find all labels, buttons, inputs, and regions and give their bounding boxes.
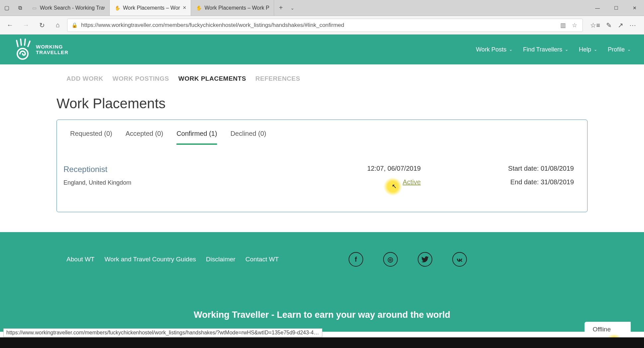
instagram-icon[interactable]: ◎: [383, 252, 398, 267]
browser-tab-2[interactable]: ✋ Work Placements – Work Po: [191, 0, 274, 16]
footer-links: About WT Work and Travel Country Guides …: [66, 256, 279, 263]
footer-link-contact[interactable]: Contact WT: [245, 256, 278, 263]
more-icon[interactable]: ⋯: [629, 21, 636, 29]
placement-row: Receptionist England, United Kingdom 12:…: [57, 145, 587, 212]
tab-favicon-icon: ✋: [196, 5, 202, 11]
chevron-down-icon: ⌄: [565, 47, 568, 52]
tab-title: Work Search - Working Trav: [40, 5, 105, 11]
site-header: WORKING TRAVELLER Work Posts ⌄ Find Trav…: [0, 35, 644, 64]
nav-label: Work Posts: [476, 46, 506, 53]
svg-line-1: [21, 39, 21, 45]
placement-start-date: Start date: 01/08/2019: [421, 165, 574, 172]
notes-icon[interactable]: ✎: [606, 21, 612, 29]
placement-status-link[interactable]: Active: [308, 178, 421, 186]
close-tab-icon[interactable]: ×: [183, 4, 186, 11]
svg-line-3: [28, 41, 30, 46]
logo-text-2: TRAVELLER: [36, 49, 68, 55]
header-nav: Work Posts ⌄ Find Travellers ⌄ Help ⌄ Pr…: [476, 46, 631, 53]
main-content: Work Placements Requested (0) Accepted (…: [0, 82, 644, 232]
tab-declined[interactable]: Declined (0): [230, 130, 266, 145]
facebook-icon[interactable]: f: [349, 252, 363, 267]
page-title: Work Placements: [56, 96, 588, 112]
lock-icon: 🔒: [71, 22, 78, 28]
vk-icon[interactable]: [452, 252, 467, 267]
windows-taskbar[interactable]: [0, 337, 644, 348]
nav-help[interactable]: Help ⌄: [579, 46, 597, 53]
chevron-down-icon: ⌄: [594, 47, 597, 52]
reading-view-icon[interactable]: ▥: [559, 22, 567, 29]
subnav-work-placements[interactable]: WORK PLACEMENTS: [178, 75, 246, 82]
nav-work-posts[interactable]: Work Posts ⌄: [476, 46, 512, 53]
tabs-dropdown-icon[interactable]: ⌄: [287, 0, 297, 16]
window-controls: — ☐ ✕: [588, 0, 644, 16]
subnav-add-work[interactable]: ADD WORK: [66, 75, 103, 82]
maximize-button[interactable]: ☐: [607, 0, 625, 16]
chevron-down-icon: ⌄: [509, 47, 512, 52]
placement-title-link[interactable]: Receptionist: [63, 165, 308, 174]
tab-title: Work Placements – Wor: [123, 5, 180, 11]
browser-tab-0[interactable]: ▭ Work Search - Working Trav: [27, 0, 110, 16]
set-aside-icon[interactable]: ⧉: [13, 0, 27, 16]
footer-link-about[interactable]: About WT: [66, 256, 94, 263]
nav-label: Find Travellers: [523, 46, 562, 53]
status-bar-url: https://www.workingtraveller.com/members…: [3, 328, 322, 337]
tab-requested[interactable]: Requested (0): [70, 130, 112, 145]
social-links: f ◎: [349, 252, 467, 267]
address-bar[interactable]: 🔒 https://www.workingtraveller.com/membe…: [67, 19, 583, 32]
placement-location: England, United Kingdom: [63, 179, 308, 186]
favorite-icon[interactable]: ☆: [571, 22, 579, 29]
titlebar-left-controls: ▢ ⧉: [0, 0, 27, 16]
logo-text-1: WORKING: [36, 44, 68, 49]
logo-hand-icon: [13, 38, 33, 61]
placement-timestamp: 12:07, 06/07/2019: [308, 165, 421, 172]
sub-nav: ADD WORK WORK POSTINGS WORK PLACEMENTS R…: [0, 64, 644, 82]
favorites-hub-icon[interactable]: ☆≡: [590, 21, 600, 29]
nav-find-travellers[interactable]: Find Travellers ⌄: [523, 46, 568, 53]
new-tab-button[interactable]: +: [274, 0, 287, 16]
twitter-icon[interactable]: [418, 252, 432, 267]
tab-accepted[interactable]: Accepted (0): [126, 130, 163, 145]
browser-tab-1-active[interactable]: ✋ Work Placements – Wor ×: [110, 0, 191, 16]
svg-line-0: [17, 41, 18, 46]
toolbar-right: ☆≡ ✎ ↗ ⋯: [586, 21, 641, 29]
footer-link-guides[interactable]: Work and Travel Country Guides: [104, 256, 196, 263]
footer-link-disclaimer[interactable]: Disclaimer: [206, 256, 236, 263]
svg-line-2: [25, 39, 25, 45]
tab-favicon-icon: ✋: [114, 5, 120, 11]
url-text: https://www.workingtraveller.com/members…: [81, 22, 556, 29]
close-window-button[interactable]: ✕: [625, 0, 644, 16]
nav-label: Profile: [608, 46, 625, 53]
placements-card: Requested (0) Accepted (0) Confirmed (1)…: [56, 120, 588, 212]
placement-tabs: Requested (0) Accepted (0) Confirmed (1)…: [57, 120, 587, 145]
chat-status: Offline: [592, 326, 611, 333]
site-logo[interactable]: WORKING TRAVELLER: [13, 38, 68, 61]
nav-label: Help: [579, 46, 591, 53]
tab-actions-icon[interactable]: ▢: [0, 0, 13, 16]
forward-button[interactable]: →: [19, 19, 33, 32]
subnav-work-postings[interactable]: WORK POSTINGS: [113, 75, 169, 82]
back-button[interactable]: ←: [3, 19, 17, 32]
tab-favicon-icon: ▭: [31, 5, 37, 11]
site-footer: About WT Work and Travel Country Guides …: [0, 232, 644, 332]
footer-tagline: Working Traveller - Learn to earn your w…: [0, 310, 644, 320]
minimize-button[interactable]: —: [588, 0, 607, 16]
browser-toolbar: ← → ↻ ⌂ 🔒 https://www.workingtraveller.c…: [0, 16, 644, 35]
placement-end-date: End date: 31/08/2019: [421, 178, 574, 186]
tab-confirmed[interactable]: Confirmed (1): [176, 130, 217, 145]
nav-profile[interactable]: Profile ⌄: [608, 46, 631, 53]
share-icon[interactable]: ↗: [618, 21, 623, 29]
window-titlebar: ▢ ⧉ ▭ Work Search - Working Trav ✋ Work …: [0, 0, 644, 16]
home-button[interactable]: ⌂: [51, 19, 64, 32]
tab-strip: ▭ Work Search - Working Trav ✋ Work Plac…: [27, 0, 588, 16]
chevron-down-icon: ⌄: [627, 47, 631, 52]
refresh-button[interactable]: ↻: [35, 19, 49, 32]
tab-title: Work Placements – Work Po: [204, 5, 269, 11]
subnav-references[interactable]: REFERENCES: [256, 75, 300, 82]
